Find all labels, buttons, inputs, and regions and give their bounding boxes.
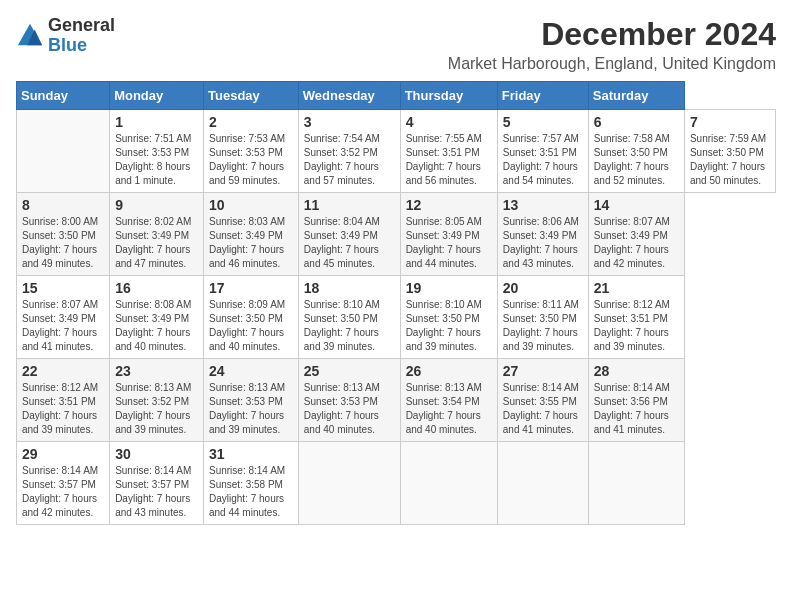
- day-info: Sunrise: 8:06 AMSunset: 3:49 PMDaylight:…: [503, 215, 583, 271]
- calendar-cell: 5Sunrise: 7:57 AMSunset: 3:51 PMDaylight…: [497, 110, 588, 193]
- calendar-cell: 18Sunrise: 8:10 AMSunset: 3:50 PMDayligh…: [298, 276, 400, 359]
- day-number: 22: [22, 363, 104, 379]
- calendar-cell: [17, 110, 110, 193]
- day-info: Sunrise: 7:53 AMSunset: 3:53 PMDaylight:…: [209, 132, 293, 188]
- day-info: Sunrise: 8:09 AMSunset: 3:50 PMDaylight:…: [209, 298, 293, 354]
- title-section: December 2024 Market Harborough, England…: [448, 16, 776, 73]
- day-number: 30: [115, 446, 198, 462]
- day-info: Sunrise: 7:55 AMSunset: 3:51 PMDaylight:…: [406, 132, 492, 188]
- day-number: 25: [304, 363, 395, 379]
- calendar-cell: 10Sunrise: 8:03 AMSunset: 3:49 PMDayligh…: [204, 193, 299, 276]
- day-info: Sunrise: 7:51 AMSunset: 3:53 PMDaylight:…: [115, 132, 198, 188]
- calendar-cell: 12Sunrise: 8:05 AMSunset: 3:49 PMDayligh…: [400, 193, 497, 276]
- day-number: 8: [22, 197, 104, 213]
- calendar-week-row: 1Sunrise: 7:51 AMSunset: 3:53 PMDaylight…: [17, 110, 776, 193]
- day-number: 14: [594, 197, 679, 213]
- subtitle: Market Harborough, England, United Kingd…: [448, 55, 776, 73]
- day-number: 16: [115, 280, 198, 296]
- day-info: Sunrise: 8:14 AMSunset: 3:58 PMDaylight:…: [209, 464, 293, 520]
- day-info: Sunrise: 8:08 AMSunset: 3:49 PMDaylight:…: [115, 298, 198, 354]
- calendar-cell: 20Sunrise: 8:11 AMSunset: 3:50 PMDayligh…: [497, 276, 588, 359]
- weekday-header: Saturday: [588, 82, 684, 110]
- day-number: 17: [209, 280, 293, 296]
- day-number: 21: [594, 280, 679, 296]
- calendar-cell: 2Sunrise: 7:53 AMSunset: 3:53 PMDaylight…: [204, 110, 299, 193]
- calendar-cell: 24Sunrise: 8:13 AMSunset: 3:53 PMDayligh…: [204, 359, 299, 442]
- calendar: SundayMondayTuesdayWednesdayThursdayFrid…: [16, 81, 776, 525]
- calendar-cell: 30Sunrise: 8:14 AMSunset: 3:57 PMDayligh…: [110, 442, 204, 525]
- day-number: 23: [115, 363, 198, 379]
- day-info: Sunrise: 8:07 AMSunset: 3:49 PMDaylight:…: [22, 298, 104, 354]
- day-number: 10: [209, 197, 293, 213]
- calendar-header-row: SundayMondayTuesdayWednesdayThursdayFrid…: [17, 82, 776, 110]
- calendar-cell: [400, 442, 497, 525]
- day-number: 13: [503, 197, 583, 213]
- day-info: Sunrise: 8:00 AMSunset: 3:50 PMDaylight:…: [22, 215, 104, 271]
- weekday-header: Sunday: [17, 82, 110, 110]
- weekday-header: Monday: [110, 82, 204, 110]
- calendar-cell: 17Sunrise: 8:09 AMSunset: 3:50 PMDayligh…: [204, 276, 299, 359]
- day-info: Sunrise: 8:14 AMSunset: 3:55 PMDaylight:…: [503, 381, 583, 437]
- logo-text: General Blue: [48, 16, 115, 56]
- calendar-cell: 11Sunrise: 8:04 AMSunset: 3:49 PMDayligh…: [298, 193, 400, 276]
- calendar-cell: 4Sunrise: 7:55 AMSunset: 3:51 PMDaylight…: [400, 110, 497, 193]
- calendar-cell: 6Sunrise: 7:58 AMSunset: 3:50 PMDaylight…: [588, 110, 684, 193]
- day-info: Sunrise: 8:10 AMSunset: 3:50 PMDaylight:…: [406, 298, 492, 354]
- day-number: 9: [115, 197, 198, 213]
- day-number: 27: [503, 363, 583, 379]
- day-number: 2: [209, 114, 293, 130]
- day-info: Sunrise: 8:02 AMSunset: 3:49 PMDaylight:…: [115, 215, 198, 271]
- calendar-cell: 13Sunrise: 8:06 AMSunset: 3:49 PMDayligh…: [497, 193, 588, 276]
- day-number: 28: [594, 363, 679, 379]
- day-number: 18: [304, 280, 395, 296]
- day-number: 26: [406, 363, 492, 379]
- calendar-cell: 26Sunrise: 8:13 AMSunset: 3:54 PMDayligh…: [400, 359, 497, 442]
- day-number: 31: [209, 446, 293, 462]
- day-info: Sunrise: 8:04 AMSunset: 3:49 PMDaylight:…: [304, 215, 395, 271]
- day-info: Sunrise: 8:07 AMSunset: 3:49 PMDaylight:…: [594, 215, 679, 271]
- calendar-cell: [588, 442, 684, 525]
- calendar-cell: 25Sunrise: 8:13 AMSunset: 3:53 PMDayligh…: [298, 359, 400, 442]
- day-number: 29: [22, 446, 104, 462]
- day-info: Sunrise: 7:54 AMSunset: 3:52 PMDaylight:…: [304, 132, 395, 188]
- day-info: Sunrise: 8:14 AMSunset: 3:57 PMDaylight:…: [22, 464, 104, 520]
- logo-general: General: [48, 15, 115, 35]
- day-number: 4: [406, 114, 492, 130]
- weekday-header: Wednesday: [298, 82, 400, 110]
- weekday-header: Thursday: [400, 82, 497, 110]
- calendar-cell: 9Sunrise: 8:02 AMSunset: 3:49 PMDaylight…: [110, 193, 204, 276]
- calendar-cell: 3Sunrise: 7:54 AMSunset: 3:52 PMDaylight…: [298, 110, 400, 193]
- day-info: Sunrise: 7:59 AMSunset: 3:50 PMDaylight:…: [690, 132, 770, 188]
- logo: General Blue: [16, 16, 115, 56]
- logo-blue: Blue: [48, 35, 87, 55]
- day-info: Sunrise: 8:11 AMSunset: 3:50 PMDaylight:…: [503, 298, 583, 354]
- day-info: Sunrise: 8:12 AMSunset: 3:51 PMDaylight:…: [22, 381, 104, 437]
- day-number: 6: [594, 114, 679, 130]
- day-info: Sunrise: 8:14 AMSunset: 3:56 PMDaylight:…: [594, 381, 679, 437]
- day-number: 5: [503, 114, 583, 130]
- day-number: 3: [304, 114, 395, 130]
- day-info: Sunrise: 8:12 AMSunset: 3:51 PMDaylight:…: [594, 298, 679, 354]
- logo-icon: [16, 22, 44, 50]
- calendar-cell: 15Sunrise: 8:07 AMSunset: 3:49 PMDayligh…: [17, 276, 110, 359]
- calendar-cell: 14Sunrise: 8:07 AMSunset: 3:49 PMDayligh…: [588, 193, 684, 276]
- day-number: 15: [22, 280, 104, 296]
- calendar-cell: 22Sunrise: 8:12 AMSunset: 3:51 PMDayligh…: [17, 359, 110, 442]
- day-info: Sunrise: 8:13 AMSunset: 3:54 PMDaylight:…: [406, 381, 492, 437]
- header: General Blue December 2024 Market Harbor…: [16, 16, 776, 73]
- day-number: 12: [406, 197, 492, 213]
- main-title: December 2024: [448, 16, 776, 53]
- calendar-cell: 8Sunrise: 8:00 AMSunset: 3:50 PMDaylight…: [17, 193, 110, 276]
- calendar-cell: 1Sunrise: 7:51 AMSunset: 3:53 PMDaylight…: [110, 110, 204, 193]
- day-number: 11: [304, 197, 395, 213]
- calendar-week-row: 22Sunrise: 8:12 AMSunset: 3:51 PMDayligh…: [17, 359, 776, 442]
- calendar-cell: 28Sunrise: 8:14 AMSunset: 3:56 PMDayligh…: [588, 359, 684, 442]
- day-info: Sunrise: 8:13 AMSunset: 3:53 PMDaylight:…: [304, 381, 395, 437]
- day-info: Sunrise: 8:05 AMSunset: 3:49 PMDaylight:…: [406, 215, 492, 271]
- calendar-cell: 7Sunrise: 7:59 AMSunset: 3:50 PMDaylight…: [684, 110, 775, 193]
- day-number: 20: [503, 280, 583, 296]
- calendar-cell: 27Sunrise: 8:14 AMSunset: 3:55 PMDayligh…: [497, 359, 588, 442]
- calendar-cell: 16Sunrise: 8:08 AMSunset: 3:49 PMDayligh…: [110, 276, 204, 359]
- calendar-cell: 29Sunrise: 8:14 AMSunset: 3:57 PMDayligh…: [17, 442, 110, 525]
- day-info: Sunrise: 8:14 AMSunset: 3:57 PMDaylight:…: [115, 464, 198, 520]
